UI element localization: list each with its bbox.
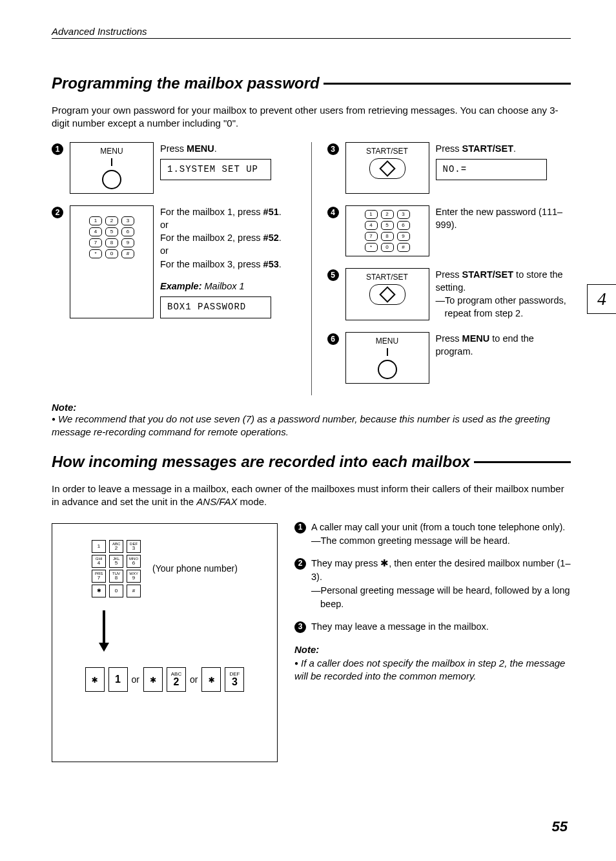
key-1: 1	[108, 667, 128, 692]
lcd-display: NO.=	[436, 159, 547, 181]
step-6: 6 MENU Press MENU to end the program.	[327, 332, 571, 384]
step-5: 5 START/SET Press START/SET to store the…	[327, 268, 571, 320]
phone-number-caption: (Your phone number)	[152, 563, 238, 574]
start-set-icon	[379, 286, 395, 302]
panel-start-3: START/SET	[345, 142, 429, 194]
running-header: Advanced Instructions	[52, 26, 571, 39]
keypad-icon: 123 456 789 *0#	[365, 210, 410, 252]
key-3: DEF3	[225, 667, 244, 692]
chapter-tab: 4	[587, 284, 616, 314]
step-badge-2: 2	[294, 558, 306, 570]
key-2: ABC2	[167, 667, 186, 692]
key-star: ✱	[85, 667, 105, 692]
step-2: 2 123 456 789 *0# For the mailbox 1, pre…	[52, 205, 296, 318]
note-label: Note:	[52, 402, 571, 413]
note-label-2: Note:	[294, 643, 571, 657]
list-item-1: 1 A caller may call your unit (from a to…	[294, 521, 571, 548]
note-body-2: If a caller does not specify the mailbox…	[294, 657, 571, 683]
list-item-2: 2 They may press ✱, then enter the desir…	[294, 557, 571, 611]
menu-button-icon	[378, 360, 397, 379]
phone-keypad-icon: 1ABC2DEF3 GHI4JKL5MNO6 PRS7TUV8WXY9 ✱0#	[92, 540, 141, 597]
panel-menu-1: MENU	[70, 142, 154, 194]
arrow-down-icon	[99, 643, 109, 652]
section-title-1: Programming the mailbox password	[52, 74, 571, 92]
step-badge-2: 2	[52, 207, 63, 218]
step-badge-1: 1	[52, 143, 63, 155]
step-badge-5: 5	[327, 269, 339, 281]
section-title-1-text: Programming the mailbox password	[52, 74, 320, 92]
start-set-icon	[379, 160, 395, 176]
panel-menu-6: MENU	[345, 332, 429, 384]
section1-intro: Program your own password for your mailb…	[52, 104, 571, 130]
panel-label: MENU	[100, 147, 123, 156]
section-title-2-text: How incoming messages are recorded into …	[52, 453, 470, 471]
step-badge-4: 4	[327, 207, 339, 218]
dial-options: ✱ 1 or ✱ ABC2 or ✱ DEF3	[65, 667, 264, 692]
panel-start-5: START/SET	[345, 268, 429, 320]
menu-button-icon	[102, 170, 121, 189]
page-number: 55	[552, 818, 568, 835]
key-star: ✱	[201, 667, 221, 692]
illustration-box: 1ABC2DEF3 GHI4JKL5MNO6 PRS7TUV8WXY9 ✱0# …	[52, 523, 278, 762]
section-title-2: How incoming messages are recorded into …	[52, 453, 571, 471]
section2-intro: In order to leave a message in a mailbox…	[52, 482, 571, 509]
step-3: 3 START/SET Press START/SET. NO.=	[327, 142, 571, 194]
list-item-3: 3 They may leave a message in the mailbo…	[294, 620, 571, 634]
lcd-display: 1.SYSTEM SET UP	[160, 159, 271, 181]
keypad-icon: 123 456 789 *0#	[89, 216, 134, 258]
panel-keypad-4: 123 456 789 *0#	[345, 205, 429, 256]
note-body: We recommend that you do not use seven (…	[52, 413, 571, 439]
panel-keypad-2: 123 456 789 *0#	[70, 205, 154, 318]
lcd-display: BOX1 PASSWORD	[160, 296, 271, 318]
step-badge-3: 3	[294, 621, 306, 633]
key-star: ✱	[143, 667, 163, 692]
step-4: 4 123 456 789 *0# Enter the new password…	[327, 205, 571, 256]
step-badge-6: 6	[327, 333, 339, 345]
step-badge-1: 1	[294, 522, 306, 534]
step-badge-3: 3	[327, 143, 339, 155]
step-1: 1 MENU Press MENU. 1.SYSTEM SET UP	[52, 142, 296, 194]
